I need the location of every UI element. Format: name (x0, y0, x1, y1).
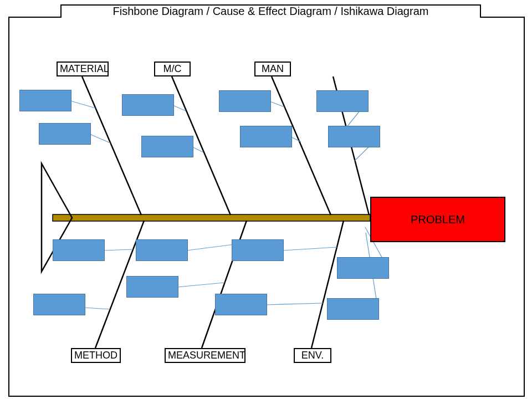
cause-box (141, 136, 193, 157)
cause-box (328, 126, 380, 147)
fishbone-diagram: Fishbone Diagram / Cause & Effect Diagra… (0, 0, 532, 399)
cause-box (19, 90, 71, 111)
category-label: MEASUREMENT (165, 348, 245, 363)
cause-box (219, 90, 271, 112)
diagram-title: Fishbone Diagram / Cause & Effect Diagra… (60, 4, 481, 18)
cause-box (232, 239, 284, 261)
cause-box (316, 90, 369, 112)
cause-box (136, 239, 188, 261)
cause-box (327, 298, 379, 320)
cause-box (33, 294, 85, 315)
category-label: ENV. (294, 348, 331, 363)
cause-box (126, 276, 178, 298)
cause-box (337, 257, 389, 279)
category-label: M/C (154, 62, 191, 76)
problem-box: PROBLEM (370, 197, 505, 242)
category-label: MATERIAL (57, 62, 109, 76)
cause-box (53, 239, 105, 261)
cause-box (215, 294, 267, 315)
category-label: METHOD (71, 348, 121, 363)
cause-box (240, 126, 292, 147)
cause-box (39, 123, 91, 145)
category-label: MAN (254, 62, 291, 76)
cause-box (122, 94, 174, 116)
